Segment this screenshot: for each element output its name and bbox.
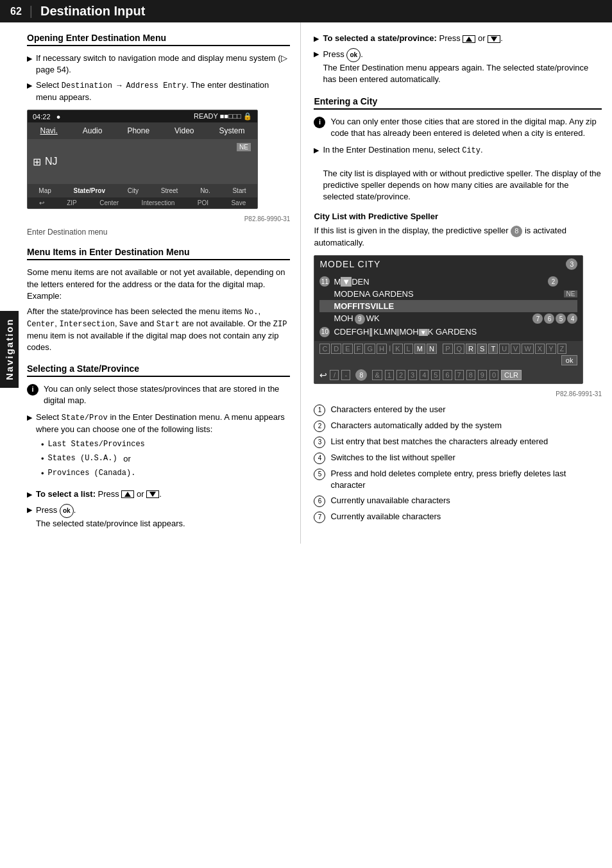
city-row-moden: 11 M▼DEN 2 bbox=[319, 275, 577, 288]
right-column: ▶ To selected a state/province: Press or… bbox=[301, 22, 612, 544]
city-row-modena-gardens: MODENA GARDENS NE bbox=[319, 288, 577, 300]
arrow-item-2: ▶ Select Destination → Address Entry. Th… bbox=[27, 79, 290, 103]
city-screenshot-ref: P82.86-9991-31 bbox=[314, 390, 602, 397]
key-ok-btn[interactable]: ok bbox=[561, 355, 578, 365]
info-item-state: i You can only select those states/provi… bbox=[27, 383, 290, 406]
key-clr-btn[interactable]: CLR bbox=[501, 370, 522, 380]
arrow-icon-state: ▶ bbox=[27, 413, 32, 485]
btn-down-right[interactable] bbox=[488, 35, 500, 43]
legend-item-6: 6 Currently unavailable characters bbox=[314, 495, 602, 507]
arrow-item-press-ok-right: ▶ Press ok. The Enter Destination menu a… bbox=[314, 48, 602, 85]
arrow-icon-to-selected: ▶ bbox=[314, 34, 319, 44]
section-opening-heading: Opening Enter Destination Menu bbox=[27, 33, 290, 46]
info-icon-state: i bbox=[27, 384, 38, 396]
arrow-icon-select-list: ▶ bbox=[27, 490, 32, 500]
arrow-item-to-selected: ▶ To selected a state/province: Press or… bbox=[314, 33, 602, 44]
legend-item-5: 5 Press and hold deletes complete entry,… bbox=[314, 468, 602, 491]
sub-heading-city-list: City List with Predictive Speller bbox=[314, 212, 602, 221]
menu-caption: Enter Destination menu bbox=[27, 228, 290, 237]
btn-ok-left[interactable]: ok bbox=[60, 504, 74, 518]
badge-5: 5 bbox=[556, 313, 566, 324]
left-column: Opening Enter Destination Menu ▶ If nece… bbox=[12, 22, 301, 544]
btn-up-right[interactable] bbox=[463, 35, 475, 43]
keyboard-row-2: ↩ / - 8 & 1 2 3 4 5 6 7 8 9 0 bbox=[314, 368, 582, 383]
keyboard-row-1: C D E F G H I K L M N P Q R bbox=[314, 341, 582, 368]
menu-ref: P82.86-9990-31 bbox=[27, 215, 290, 222]
arrow-item-enter-city: ▶ In the Enter Destination menu, select … bbox=[314, 144, 602, 203]
page-number: 62 bbox=[10, 6, 22, 17]
arrow-item-select-list: ▶ To select a list: Press or . bbox=[27, 488, 290, 500]
legend-item-4: 4 Switches to the list without speller bbox=[314, 452, 602, 464]
arrow-icon-press-ok-right: ▶ bbox=[314, 49, 319, 85]
btn-up-left[interactable] bbox=[121, 490, 134, 498]
list-item-last: • Last States/Provinces bbox=[41, 439, 290, 451]
info-item-city: i You can only enter those cities that a… bbox=[314, 116, 602, 139]
list-item-states: • States (U.S.A.) or bbox=[41, 453, 290, 465]
city-screenshot-container: MODEL CITY 3 11 M▼DEN 2 MODENA GARDENS N… bbox=[314, 255, 602, 397]
list-item-provinces: • Provinces (Canada). bbox=[41, 468, 290, 480]
legend-item-3: 3 List entry that best matches the chara… bbox=[314, 436, 602, 448]
city-row-moffitsville: MOFFITSVILLE bbox=[319, 300, 577, 312]
legend-item-7: 7 Currently available characters bbox=[314, 511, 602, 523]
legend-list: 1 Characters entered by the user 2 Chara… bbox=[314, 404, 602, 523]
btn-ok-right[interactable]: ok bbox=[346, 48, 361, 62]
page-header: 62 | Destination Input bbox=[0, 0, 612, 22]
section-entering-city-heading: Entering a City bbox=[314, 96, 602, 110]
city-screenshot: MODEL CITY 3 11 M▼DEN 2 MODENA GARDENS N… bbox=[314, 255, 583, 384]
badge-9: 9 bbox=[355, 314, 365, 324]
city-row-mohawk: MOH9WK 7 6 5 4 bbox=[319, 312, 577, 326]
section-menu-items-heading: Menu Items in Enter Destination Menu bbox=[27, 247, 290, 260]
city-row-mohk-gardens: 10 CDEFGH‖KLMNMOH▼K GARDENS bbox=[319, 326, 577, 338]
section-state-heading: Selecting a State/Province bbox=[27, 363, 290, 377]
arrow-item-state: ▶ Select State/Prov in the Enter Destina… bbox=[27, 412, 290, 485]
arrow-item-press-ok-left: ▶ Press ok. The selected state/province … bbox=[27, 504, 290, 530]
badge-7: 7 bbox=[532, 313, 543, 324]
speller-badge: 8 bbox=[511, 226, 522, 237]
arrow-icon-press-ok-left: ▶ bbox=[27, 505, 32, 530]
page-title: Destination Input bbox=[40, 4, 145, 19]
badge-4: 4 bbox=[567, 313, 577, 324]
arrow-item-1: ▶ If necessary switch to navigation mode… bbox=[27, 53, 290, 76]
arrow-icon-1: ▶ bbox=[27, 54, 32, 76]
badge-10: 10 bbox=[319, 327, 330, 337]
badge-6: 6 bbox=[544, 313, 554, 324]
legend-item-1: 1 Characters entered by the user bbox=[314, 404, 602, 416]
badge-2: 2 bbox=[548, 276, 558, 287]
badge-8-keyboard: 8 bbox=[355, 369, 367, 381]
arrow-icon-enter-city: ▶ bbox=[314, 146, 319, 203]
arrow-icon-2: ▶ bbox=[27, 81, 32, 103]
legend-item-2: 2 Characters automatically added by the … bbox=[314, 420, 602, 432]
badge-3: 3 bbox=[566, 258, 577, 270]
info-icon-city: i bbox=[314, 117, 325, 128]
btn-down-left[interactable] bbox=[146, 490, 159, 498]
menu-screenshot: 04:22 ● READY ■■□□□ 🔒 Navi. Audio Phone … bbox=[27, 110, 258, 209]
